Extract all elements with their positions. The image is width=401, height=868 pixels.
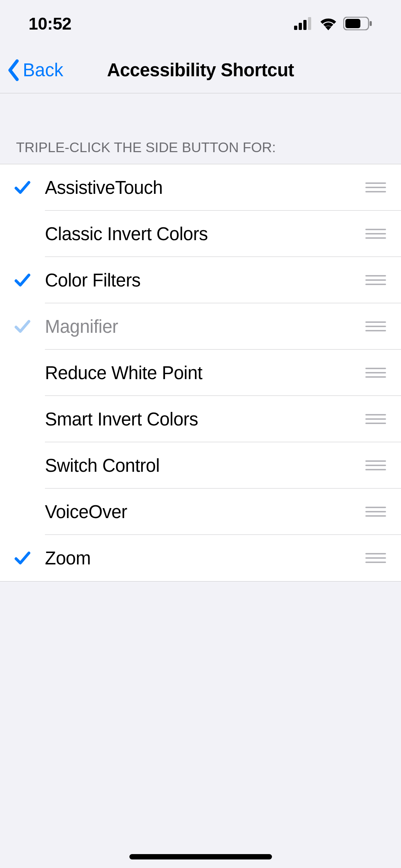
list-item-label: Color Filters bbox=[45, 270, 365, 291]
chevron-left-icon bbox=[6, 59, 20, 82]
status-time: 10:52 bbox=[29, 14, 71, 33]
reorder-handle[interactable] bbox=[365, 321, 401, 331]
reorder-handle[interactable] bbox=[365, 368, 401, 378]
reorder-handle[interactable] bbox=[365, 414, 401, 424]
list-item-label: VoiceOver bbox=[45, 501, 365, 522]
svg-rect-6 bbox=[370, 21, 372, 26]
list-item-magnifier[interactable]: Magnifier bbox=[0, 303, 401, 350]
checkmark-icon bbox=[14, 318, 31, 335]
check-slot bbox=[0, 272, 45, 289]
reorder-icon bbox=[365, 460, 386, 470]
svg-rect-1 bbox=[299, 23, 302, 30]
status-indicators bbox=[294, 17, 372, 30]
reorder-icon bbox=[365, 229, 386, 239]
list-item-voiceover[interactable]: VoiceOver bbox=[0, 489, 401, 535]
svg-rect-0 bbox=[294, 26, 297, 30]
reorder-handle[interactable] bbox=[365, 507, 401, 517]
list-item-classic-invert[interactable]: Classic Invert Colors bbox=[0, 211, 401, 257]
list-item-label: AssistiveTouch bbox=[45, 177, 365, 198]
reorder-icon bbox=[365, 182, 386, 192]
list-item-label: Classic Invert Colors bbox=[45, 223, 365, 244]
reorder-handle[interactable] bbox=[365, 229, 401, 239]
list-item-label: Reduce White Point bbox=[45, 362, 365, 383]
reorder-icon bbox=[365, 368, 386, 378]
section-header: TRIPLE-CLICK THE SIDE BUTTON FOR: bbox=[0, 93, 401, 164]
wifi-icon bbox=[319, 17, 338, 30]
check-slot bbox=[0, 318, 45, 335]
list-item-reduce-white-point[interactable]: Reduce White Point bbox=[0, 350, 401, 396]
shortcut-list: AssistiveTouch Classic Invert Colors Col… bbox=[0, 164, 401, 582]
reorder-icon bbox=[365, 507, 386, 517]
back-button[interactable]: Back bbox=[6, 59, 63, 82]
list-item-assistivetouch[interactable]: AssistiveTouch bbox=[0, 164, 401, 211]
back-label: Back bbox=[23, 60, 63, 81]
cellular-signal-icon bbox=[294, 17, 313, 30]
list-item-label: Zoom bbox=[45, 548, 365, 569]
svg-rect-2 bbox=[303, 20, 307, 30]
check-slot bbox=[0, 179, 45, 196]
reorder-handle[interactable] bbox=[365, 182, 401, 192]
list-item-smart-invert[interactable]: Smart Invert Colors bbox=[0, 396, 401, 442]
checkmark-icon bbox=[14, 272, 31, 289]
list-item-label: Magnifier bbox=[45, 316, 365, 337]
list-item-label: Smart Invert Colors bbox=[45, 409, 365, 430]
reorder-handle[interactable] bbox=[365, 460, 401, 470]
reorder-icon bbox=[365, 321, 386, 331]
svg-rect-5 bbox=[345, 19, 360, 28]
check-slot bbox=[0, 549, 45, 567]
reorder-icon bbox=[365, 275, 386, 285]
list-item-switch-control[interactable]: Switch Control bbox=[0, 442, 401, 489]
reorder-handle[interactable] bbox=[365, 553, 401, 563]
reorder-icon bbox=[365, 553, 386, 563]
battery-icon bbox=[343, 17, 372, 30]
reorder-handle[interactable] bbox=[365, 275, 401, 285]
svg-rect-3 bbox=[308, 17, 311, 30]
list-item-label: Switch Control bbox=[45, 455, 365, 476]
nav-bar: Back Accessibility Shortcut bbox=[0, 47, 401, 93]
list-item-color-filters[interactable]: Color Filters bbox=[0, 257, 401, 303]
checkmark-icon bbox=[14, 549, 31, 567]
list-item-zoom[interactable]: Zoom bbox=[0, 535, 401, 581]
reorder-icon bbox=[365, 414, 386, 424]
checkmark-icon bbox=[14, 179, 31, 196]
home-indicator[interactable] bbox=[129, 854, 272, 859]
status-bar: 10:52 bbox=[0, 0, 401, 47]
